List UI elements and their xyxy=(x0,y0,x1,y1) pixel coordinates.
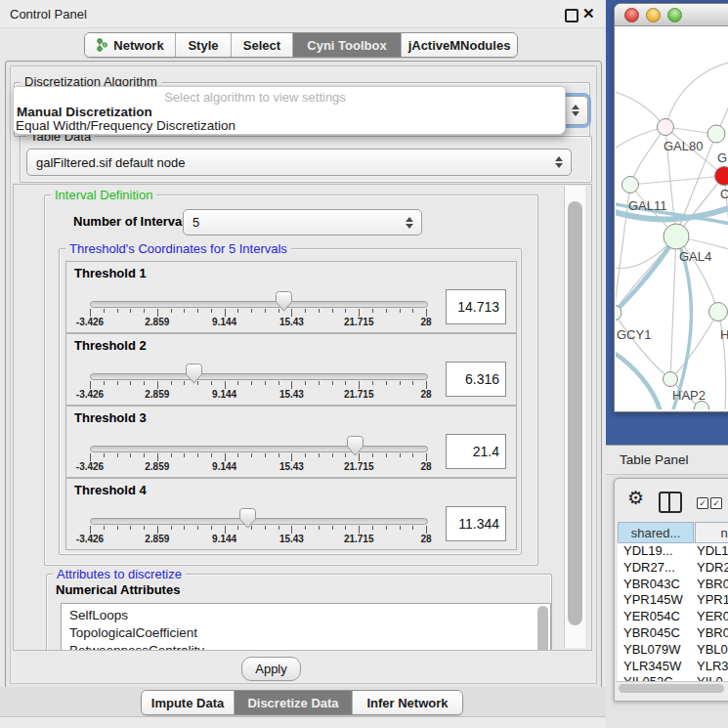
tab-discretize-data[interactable]: Discretize Data xyxy=(234,691,352,714)
tab-select[interactable]: Select xyxy=(231,33,292,57)
threshold-value-input[interactable] xyxy=(446,506,506,541)
vertical-scrollbar[interactable] xyxy=(564,186,585,648)
slider-thumb[interactable] xyxy=(239,508,256,529)
network-node[interactable] xyxy=(664,224,689,249)
group-title: Attributes to discretize xyxy=(53,567,186,581)
tick xyxy=(278,526,279,530)
close-traffic-light[interactable] xyxy=(624,8,639,22)
threshold-label: Threshold 4 xyxy=(74,483,147,497)
scrollbar-thumb[interactable] xyxy=(568,201,582,625)
table-row[interactable]: YER054CYER0 xyxy=(618,609,728,625)
tick xyxy=(400,309,401,313)
network-edge[interactable] xyxy=(616,313,670,379)
network-edge[interactable] xyxy=(670,236,676,379)
network-node[interactable] xyxy=(664,372,678,387)
cell-name: YBR0 xyxy=(697,625,728,640)
slider-thumb[interactable] xyxy=(186,364,202,384)
numerical-attributes-list[interactable]: SelfLoopsTopologicalCoefficientBetweenne… xyxy=(61,603,551,651)
application-window: Control Panel ✕ Network Style Select Cyn… xyxy=(0,0,728,728)
node-label: G. xyxy=(717,150,728,165)
column-header[interactable]: n xyxy=(695,522,728,543)
table-row[interactable]: YBR043CYBR0 xyxy=(618,577,728,593)
tick xyxy=(171,309,172,313)
tick xyxy=(171,453,172,457)
table-row[interactable]: YDR27...YDR2 xyxy=(618,560,728,577)
tick xyxy=(251,381,252,385)
network-canvas[interactable]: GAL80G.CGAL11GAL4GCY1HHAP2 xyxy=(616,26,728,409)
threshold-box: Threshold 2-3.4262.8599.14415.4321.71528 xyxy=(65,333,517,406)
table-row[interactable]: YPR145WYPR1 xyxy=(618,592,728,609)
threshold-label: Threshold 2 xyxy=(74,338,147,353)
number-of-intervals-combobox[interactable]: 5 xyxy=(183,209,422,236)
network-edge[interactable] xyxy=(670,312,718,379)
tab-style[interactable]: Style xyxy=(175,33,231,57)
network-edge[interactable] xyxy=(665,62,728,127)
tick xyxy=(345,309,346,313)
interval-definition-group: Interval Definition Number of Intervals … xyxy=(44,194,538,566)
network-edge[interactable] xyxy=(718,312,726,409)
float-window-icon[interactable] xyxy=(565,9,578,22)
slider-track[interactable] xyxy=(90,518,428,525)
table-data-combobox[interactable]: galFiltered.sif default node xyxy=(26,149,572,176)
tick xyxy=(345,453,346,457)
threshold-value-input[interactable] xyxy=(446,434,506,469)
slider-track[interactable] xyxy=(90,373,428,380)
list-item[interactable]: BetweennessCentrality xyxy=(69,643,204,651)
control-panel-titlebar: Control Panel ✕ xyxy=(0,0,606,28)
network-edge[interactable] xyxy=(630,176,724,185)
list-scrollbar-thumb[interactable] xyxy=(537,606,548,651)
tick xyxy=(211,526,212,530)
cell-name: YDL1 xyxy=(697,543,728,558)
scrollbar-thumb[interactable] xyxy=(619,684,724,693)
tick xyxy=(225,526,226,534)
network-node[interactable] xyxy=(707,125,725,143)
checkbox-icon[interactable]: ✓ xyxy=(710,497,722,509)
apply-button[interactable]: Apply xyxy=(241,657,301,681)
panel-title: Control Panel xyxy=(10,7,87,21)
split-view-icon[interactable] xyxy=(659,492,682,513)
table-row[interactable]: YBL079WYBL0 xyxy=(618,642,728,659)
column-header[interactable]: shared... xyxy=(618,522,694,543)
network-node[interactable] xyxy=(622,177,639,193)
threshold-value-input[interactable] xyxy=(446,289,506,324)
network-edge[interactable] xyxy=(616,236,676,316)
horizontal-scrollbar[interactable] xyxy=(616,681,728,695)
network-node[interactable] xyxy=(658,119,674,136)
table-panel-window: ⚙ ✓ ✓ shared...n YDL19...YDL1YDR27...YDR… xyxy=(614,478,728,702)
network-node[interactable] xyxy=(709,303,728,321)
slider-thumb[interactable] xyxy=(276,291,292,312)
network-edge[interactable] xyxy=(616,91,665,127)
slider-track[interactable] xyxy=(90,446,428,452)
close-icon[interactable]: ✕ xyxy=(582,5,595,22)
list-item[interactable]: TopologicalCoefficient xyxy=(69,625,197,643)
tab-network[interactable]: Network xyxy=(85,33,175,57)
tab-impute-data[interactable]: Impute Data xyxy=(142,691,234,714)
tick xyxy=(130,381,131,385)
tab-cyni-toolbox[interactable]: Cyni Toolbox xyxy=(292,33,401,57)
slider-thumb[interactable] xyxy=(347,436,364,456)
table-panel-titlebar: Table Panel xyxy=(606,445,728,475)
threshold-value-input[interactable] xyxy=(446,362,506,397)
checkbox-icon[interactable]: ✓ xyxy=(697,497,708,509)
table-row[interactable]: YLR345WYLR3 xyxy=(618,659,728,675)
tick xyxy=(291,453,292,461)
zoom-traffic-light[interactable] xyxy=(667,8,682,22)
tab-label: Style xyxy=(188,38,218,53)
gear-icon[interactable]: ⚙ xyxy=(627,489,644,507)
tick xyxy=(400,453,401,457)
popup-option-equal-width-frequency[interactable]: Equal Width/Frequency Discretization xyxy=(16,118,236,133)
number-of-intervals-value: 5 xyxy=(184,215,403,230)
popup-option-manual-discretization[interactable]: Manual Discretization xyxy=(17,105,152,119)
minimize-traffic-light[interactable] xyxy=(646,8,661,22)
network-edge[interactable] xyxy=(616,351,661,409)
table-row[interactable]: YBR045CYBR0 xyxy=(618,625,728,642)
table-row[interactable]: YDL19...YDL1 xyxy=(618,543,728,560)
network-window-titlebar[interactable] xyxy=(615,4,728,26)
tab-infer-network[interactable]: Infer Network xyxy=(352,691,462,714)
list-item[interactable]: SelfLoops xyxy=(69,608,128,625)
tab-jactivemnodules[interactable]: jActiveMNodules xyxy=(401,33,517,57)
tick-label: -3.426 xyxy=(61,317,119,327)
slider-track[interactable] xyxy=(90,301,428,308)
network-edge[interactable] xyxy=(630,127,665,185)
table-row[interactable]: YIL052CYIL0 xyxy=(618,674,728,681)
